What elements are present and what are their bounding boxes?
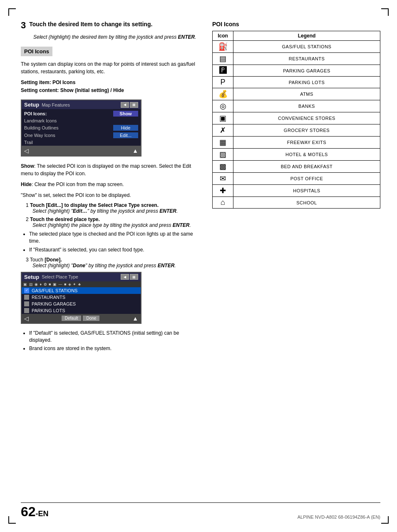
setup2-title-sub: Select Place Type: [42, 274, 118, 279]
poi-icon-cell: ✚: [213, 185, 233, 197]
page-footer: 62-EN ALPINE NVD-A802 68-06194Z86-A (EN): [21, 504, 380, 520]
poi-legend-cell: CONVENIENCE STORES: [233, 112, 380, 124]
poi-icon-cell: ⌂: [213, 197, 233, 209]
hide-desc: Hide: Clear the POI icon from the map sc…: [21, 181, 200, 188]
poi-table-row: ✗GROCERY STORES: [213, 124, 380, 137]
show-set-desc: "Show" is set, select the POI icon to be…: [21, 191, 200, 199]
step-2: 2 Touch the desired place type. Select (…: [21, 216, 200, 228]
poi-legend-cell: POST OFFICE: [233, 173, 380, 185]
setup-btn-back[interactable]: ◀: [121, 102, 129, 108]
nav-up-icon[interactable]: ▲: [132, 147, 138, 154]
poi-table-row: ▦FREEWAY EXITS: [213, 137, 380, 149]
poi-legend-cell: PARKING LOTS: [233, 77, 380, 88]
poi-table-row: ▤RESTAURANTS: [213, 53, 380, 65]
poi-icon-cell: 💰: [213, 88, 233, 100]
poi-legend-cell: GROCERY STORES: [233, 124, 380, 137]
landmark-label: Landmark Icons: [24, 118, 138, 123]
back-arrow-icon[interactable]: ◁: [24, 147, 29, 154]
footer-line: [21, 502, 380, 503]
step-header: 3 Touch the desired Item to change its s…: [21, 21, 200, 30]
poi-legend-cell: HOTEL & MOTELS: [233, 149, 380, 161]
spl-row-label-2: RESTAURANTS: [32, 295, 65, 300]
section-description: The system can display icons on the map …: [21, 60, 200, 75]
poi-label: POI Icons:: [24, 111, 47, 116]
poi-legend-cell: ATMS: [233, 88, 380, 100]
check-icon-3: [24, 301, 29, 306]
setup-row-trail: Trail: [22, 139, 141, 146]
poi-box-label: POI Icons: [21, 47, 52, 56]
poi-table-row: ⛽GAS/FUEL STATIONS: [213, 41, 380, 53]
poi-icon-cell: ▦: [213, 137, 233, 149]
spl-row-4[interactable]: PARKING LOTS: [22, 307, 141, 314]
poi-icons-table: Icon Legend ⛽GAS/FUEL STATIONS▤RESTAURAN…: [212, 31, 380, 209]
page-number-suffix: -EN: [36, 510, 49, 518]
poi-legend-cell: RESTAURANTS: [233, 53, 380, 65]
bullet-2-1: If "Default" is selected, GAS/FUEL STATI…: [29, 330, 200, 344]
setup2-header: Setup Select Place Type ◀ ▦: [22, 273, 141, 281]
spl-row-2[interactable]: RESTAURANTS: [22, 294, 141, 301]
step-subtitle: Select (highlight) the desired item by t…: [33, 33, 200, 41]
spl-footer-btns: Default Done: [62, 316, 100, 321]
poi-legend-cell: SCHOOL: [233, 197, 380, 209]
poi-icons-title: POI Icons: [212, 21, 380, 27]
poi-table-row: ▨HOTEL & MOTELS: [213, 149, 380, 161]
setting-lines: Setting item: POI Icons Setting content:…: [21, 79, 200, 94]
trail-label: Trail: [24, 140, 138, 145]
setup-row-landmark: Landmark Icons: [22, 117, 141, 124]
spl-row-label-4: PARKING LOTS: [32, 308, 65, 313]
bullets-1: The selected place type is checked and t…: [29, 231, 200, 253]
bullet-1-2: If "Restaurant" is selected, you can sel…: [29, 246, 200, 254]
setup-btn-grid[interactable]: ▦: [130, 102, 138, 108]
poi-icon-cell: ▣: [213, 112, 233, 124]
show-btn[interactable]: Show: [113, 111, 138, 117]
corner-mark-br: [381, 516, 389, 524]
step-1: 1 Touch [Edit...] to display the Select …: [21, 202, 200, 214]
step-number: 3: [21, 21, 26, 30]
poi-table-row: ✚HOSPITALS: [213, 185, 380, 197]
show-desc: Show: The selected POI icon is displayed…: [21, 162, 200, 177]
bullet-2-2: Brand icons are stored in the system.: [29, 345, 200, 352]
poi-icon-cell: 🅿: [213, 65, 233, 77]
step-title: Touch the desired Item to change its set…: [29, 21, 152, 27]
spl-back-icon[interactable]: ◁: [24, 315, 29, 322]
poi-icon-cell: ▤: [213, 53, 233, 65]
setup-back-bar: ◁ ▲: [22, 146, 141, 156]
spl-row-label-3: PARKING GARAGES: [32, 301, 76, 306]
poi-legend-cell: GAS/FUEL STATIONS: [233, 41, 380, 53]
poi-icon-cell: ▨: [213, 149, 233, 161]
poi-icon-cell: ◎: [213, 100, 233, 112]
check-icon-1: ✓: [24, 288, 29, 293]
setup2-btn-back[interactable]: ◀: [121, 274, 129, 280]
poi-icon-cell: P: [213, 77, 233, 88]
spl-row-label-1: GAS/FUEL STATIONS: [32, 288, 77, 293]
setup-row-oneway: One Way Icons Edit...: [22, 132, 141, 139]
spl-icon-row: ▣ ▤ ◉ ♦ ✿ ■ ▣ — ■ ◈ ✦ ♣: [22, 281, 141, 287]
done-btn[interactable]: Done: [83, 316, 99, 321]
setup-title-sub: Map Features: [42, 102, 118, 107]
corner-mark-tr: [381, 8, 389, 16]
poi-legend-cell: BANKS: [233, 100, 380, 112]
hide-btn[interactable]: Hide: [113, 125, 138, 131]
step-3-sub: 3 Touch [Done]. Select (highlight) "Done…: [21, 257, 200, 268]
poi-legend-cell: BED AND BREAKFAST: [233, 161, 380, 173]
poi-table-row: 💰ATMS: [213, 88, 380, 100]
setup2-title-main: Setup: [24, 274, 39, 280]
building-label: Building Outlines: [24, 125, 113, 130]
edit-btn[interactable]: Edit...: [113, 132, 138, 138]
spl-row-3[interactable]: PARKING GARAGES: [22, 301, 141, 307]
setting-item: Setting item: POI Icons: [21, 79, 200, 87]
setting-content: Setting content: Show (Initial setting) …: [21, 87, 200, 94]
setup2-btn-grid[interactable]: ▦: [130, 274, 138, 280]
footer-copyright: ALPINE NVD-A802 68-06194Z86-A (EN): [298, 515, 380, 520]
spl-row-1[interactable]: ✓ GAS/FUEL STATIONS: [22, 287, 141, 294]
spl-nav-icon[interactable]: ▲: [132, 315, 138, 322]
poi-legend-cell: PARKING GARAGES: [233, 65, 380, 77]
poi-table-row: ◎BANKS: [213, 100, 380, 112]
poi-legend-cell: HOSPITALS: [233, 185, 380, 197]
col-header-icon: Icon: [213, 31, 233, 41]
poi-table-row: 🅿PARKING GARAGES: [213, 65, 380, 77]
poi-icon-cell: ⛽: [213, 41, 233, 53]
left-column: 3 Touch the desired Item to change its s…: [21, 21, 200, 355]
bullet-1-1: The selected place type is checked and t…: [29, 231, 200, 245]
default-btn[interactable]: Default: [62, 316, 82, 321]
